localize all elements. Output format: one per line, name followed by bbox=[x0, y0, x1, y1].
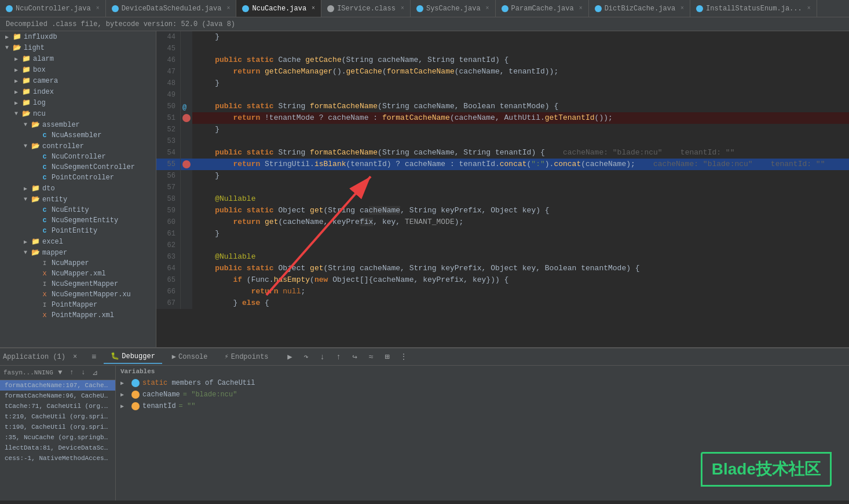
sidebar-item-ncu-assembler[interactable]: C NcuAssembler bbox=[0, 130, 156, 141]
sidebar-item-ncu-segment-entity[interactable]: C NcuSegmentEntity bbox=[0, 215, 156, 226]
code-line-45: 45 bbox=[156, 43, 849, 54]
sidebar-item-camera[interactable]: ▶ 📁 camera bbox=[0, 75, 156, 86]
sidebar-item-alarm[interactable]: ▶ 📁 alarm bbox=[0, 53, 156, 64]
variables-header: Variables bbox=[116, 366, 849, 377]
sidebar-item-log[interactable]: ▶ 📁 log bbox=[0, 97, 156, 108]
folder-icon: 📁 bbox=[30, 184, 41, 193]
app-label[interactable]: Application (1) bbox=[3, 353, 65, 361]
call-stack-item-0[interactable]: formatCacheName:107, CacheUtil (o... bbox=[0, 380, 115, 391]
java-icon: C bbox=[39, 217, 50, 224]
expand-arrow-icon: ▶ bbox=[12, 100, 21, 106]
evaluate-icon[interactable]: ≈ bbox=[364, 350, 378, 364]
expand-arrow-icon: ▶ bbox=[21, 185, 30, 192]
sidebar-item-ncu[interactable]: ▼ 📂 ncu bbox=[0, 108, 156, 119]
field-var-icon bbox=[131, 402, 140, 410]
folder-icon: 📁 bbox=[21, 87, 31, 96]
tab-close-icon[interactable]: × bbox=[486, 5, 489, 12]
sort-desc-icon[interactable]: ↓ bbox=[79, 368, 88, 377]
java-icon: C bbox=[39, 207, 50, 214]
tab-close-icon[interactable]: × bbox=[579, 5, 583, 12]
call-stack-item-2[interactable]: tCache:71, CacheUtil (org.spring... bbox=[0, 401, 115, 411]
tab-close-icon[interactable]: × bbox=[807, 5, 811, 12]
tab-close-icon[interactable]: × bbox=[312, 5, 315, 12]
sidebar-item-light[interactable]: ▼ 📂 light bbox=[0, 42, 156, 53]
folder-icon: 📁 bbox=[21, 98, 31, 107]
code-line-49: 49 bbox=[156, 89, 849, 101]
sidebar-item-ncu-mapper-xml[interactable]: X NcuMapper.xml bbox=[0, 268, 156, 279]
java-file-icon bbox=[6, 5, 13, 12]
call-stack-item-5[interactable]: :35, NcuCache (org.springblade.c... bbox=[0, 432, 115, 443]
tab-sys-cache[interactable]: SysCache.java × bbox=[411, 0, 496, 17]
xml-icon: X bbox=[39, 312, 50, 319]
tab-close-icon[interactable]: × bbox=[226, 5, 230, 12]
list-icon[interactable]: ≡ bbox=[87, 350, 101, 364]
settings-icon[interactable]: ⋮ bbox=[397, 350, 411, 364]
sidebar-item-point-entity[interactable]: C PointEntity bbox=[0, 226, 156, 236]
sidebar-item-assembler[interactable]: ▼ 📂 assembler bbox=[0, 119, 156, 130]
call-stack-item-1[interactable]: formatCacheName:96, CacheUtil (org... bbox=[0, 391, 115, 401]
tab-ncu-controller[interactable]: NcuController.java × bbox=[0, 0, 106, 17]
code-editor: 44 } 45 46 public static Cache getCache(… bbox=[156, 31, 849, 347]
step-into-icon[interactable]: ↓ bbox=[316, 350, 330, 364]
tab-device-scheduled[interactable]: DeviceDataScheduled.java × bbox=[106, 0, 237, 17]
java-icon: C bbox=[39, 174, 50, 181]
sidebar-item-ncu-mapper[interactable]: I NcuMapper bbox=[0, 258, 156, 268]
code-line-60: 60 return get(cacheName, keyPrefix, key,… bbox=[156, 216, 849, 228]
tab-param-cache[interactable]: ParamCache.java × bbox=[496, 0, 589, 17]
call-stack-item-3[interactable]: t:210, CacheUtil (org.springblade... bbox=[0, 411, 115, 422]
expand-icon[interactable]: ▶ bbox=[120, 391, 129, 398]
resume-icon[interactable]: ▶ bbox=[283, 350, 297, 364]
folder-icon: 📂 bbox=[21, 109, 31, 118]
code-line-46: 46 public static Cache getCache(String c… bbox=[156, 54, 849, 66]
tab-close-icon[interactable]: × bbox=[680, 5, 684, 12]
sort-asc-icon[interactable]: ↑ bbox=[67, 368, 76, 377]
sidebar-item-influxdb[interactable]: ▶ 📁 influxdb bbox=[0, 31, 156, 42]
sidebar-item-ncu-segment-controller[interactable]: C NcuSegmentController bbox=[0, 162, 156, 172]
sidebar-item-dto[interactable]: ▶ 📁 dto bbox=[0, 183, 156, 194]
tab-install-status[interactable]: InstallStatusEnum.ja... × bbox=[690, 0, 817, 17]
sidebar-item-point-mapper-xml[interactable]: X PointMapper.xml bbox=[0, 310, 156, 321]
sidebar-item-mapper[interactable]: ▼ 📂 mapper bbox=[0, 247, 156, 258]
tab-close-icon[interactable]: × bbox=[96, 5, 100, 12]
tab-dict-biz-cache[interactable]: DictBizCache.java × bbox=[589, 0, 690, 17]
mapper-icon: I bbox=[39, 301, 50, 308]
tab-ncu-cache[interactable]: NcuCache.java × bbox=[236, 0, 321, 17]
code-line-55: 55 return StringUtil.isBlank(tenantId) ?… bbox=[156, 159, 849, 170]
expand-icon[interactable]: ▶ bbox=[120, 380, 129, 387]
call-stack-item-4[interactable]: t:190, CacheUtil (org.springblade... bbox=[0, 422, 115, 432]
call-stack-item-6[interactable]: llectData:81, DeviceDataScheduled bbox=[0, 443, 115, 453]
sidebar-item-point-controller[interactable]: C PointController bbox=[0, 172, 156, 183]
table-icon[interactable]: ⊞ bbox=[380, 350, 394, 364]
tab-close-icon[interactable]: × bbox=[401, 5, 404, 12]
step-out-icon[interactable]: ↑ bbox=[332, 350, 346, 364]
tab-close-bottom[interactable]: × bbox=[73, 353, 77, 361]
expand-icon[interactable]: ▶ bbox=[120, 403, 129, 410]
code-line-66: 66 return null; bbox=[156, 286, 849, 297]
mapper-icon: I bbox=[39, 281, 50, 288]
tab-iservice[interactable]: IService.class × bbox=[321, 0, 411, 17]
step-over-icon[interactable]: ↷ bbox=[299, 350, 313, 364]
run-to-cursor-icon[interactable]: ↪ bbox=[348, 350, 362, 364]
tab-console[interactable]: ▶Console bbox=[165, 350, 215, 363]
filter-icon[interactable]: ⊿ bbox=[90, 368, 100, 377]
sidebar-item-excel[interactable]: ▶ 📁 excel bbox=[0, 236, 156, 247]
sidebar-item-ncu-segment-mapper-xml[interactable]: X NcuSegmentMapper.xu bbox=[0, 289, 156, 300]
sidebar-item-box[interactable]: ▶ 📁 box bbox=[0, 64, 156, 75]
java-file-icon bbox=[502, 5, 508, 12]
sidebar-item-ncu-controller[interactable]: C NcuController bbox=[0, 152, 156, 162]
sidebar-item-ncu-entity[interactable]: C NcuEntity bbox=[0, 205, 156, 215]
var-item-tenantid[interactable]: ▶ tenantId = "" bbox=[116, 400, 849, 412]
tab-endpoints[interactable]: ⚡Endpoints bbox=[218, 350, 276, 363]
var-item-static[interactable]: ▶ static members of CacheUtil bbox=[116, 377, 849, 389]
sidebar-item-point-mapper[interactable]: I PointMapper bbox=[0, 300, 156, 310]
var-item-cachename[interactable]: ▶ cacheName = "blade:ncu" bbox=[116, 389, 849, 400]
tab-debugger[interactable]: 🐛Debugger bbox=[104, 350, 162, 364]
sidebar-item-ncu-segment-mapper[interactable]: I NcuSegmentMapper bbox=[0, 279, 156, 289]
call-stack-panel: fasyn...NNING ▼ ↑ ↓ ⊿ formatCacheName:10… bbox=[0, 366, 116, 501]
sidebar-item-index[interactable]: ▶ 📁 index bbox=[0, 86, 156, 97]
sidebar-item-entity[interactable]: ▼ 📂 entity bbox=[0, 194, 156, 205]
java-icon: C bbox=[39, 164, 50, 171]
thread-dropdown-icon[interactable]: ▼ bbox=[56, 368, 65, 377]
sidebar-item-controller[interactable]: ▼ 📂 controller bbox=[0, 141, 156, 152]
call-stack-item-7[interactable]: cess:-1, NativeMethodAccessorIn... bbox=[0, 453, 115, 463]
